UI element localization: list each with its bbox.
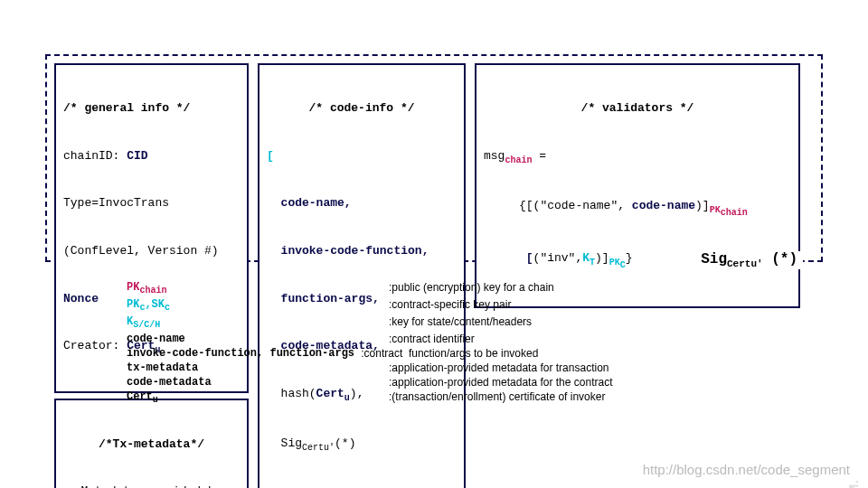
code-info-box: /* code-info */ [ code-name, invoke-code… [258,63,466,488]
txmeta-line1: Metadata provided by [63,483,240,488]
legend-row: Certu:(transaction/enrollment) certifica… [127,389,612,407]
legend-value: :key for state/content/headers [389,314,532,332]
legend-key: invoke-code-function, function-args [127,346,361,361]
general-line3: (ConfLevel, Version #) [63,243,240,259]
code-l6: SigCertu'(*) [267,436,457,454]
legend-row: PKchain:public (encryption) key for a ch… [127,280,612,297]
legend-row: tx-metadata:application-provided metadat… [127,361,612,375]
tx-metadata-box: /*Tx-metadata*/ Metadata provided by the… [54,399,249,488]
ibm-logo: IBM. [846,479,861,488]
txmeta-title: /*Tx-metadata*/ [63,436,240,453]
legend-value: :public (encryption) key for a chain [389,280,554,297]
general-title: /* general info */ [63,100,240,117]
code-l2: invoke-code-function, [267,243,457,259]
general-line2: Type=InvocTrans [63,195,240,211]
legend-value: :contract-specific key pair [389,297,511,314]
legend-key: PKchain [127,280,389,297]
signature-label: SigCertu' (*) [695,251,803,269]
legend-row: code-name:contract identifier [127,332,612,346]
legend-value: :application-provided metadata for trans… [389,361,609,375]
legend: PKchain:public (encryption) key for a ch… [127,280,612,407]
left-column: /* general info */ chainID: CID Type=Inv… [54,63,249,488]
validators-title: /* validators */ [484,100,791,117]
code-title: /* code-info */ [267,100,457,117]
code-open: [ [267,148,457,164]
legend-value: :contract function/args to be invoked [361,346,538,361]
message-structure-container: /* general info */ chainID: CID Type=Inv… [45,54,823,262]
legend-key: Certu [127,389,389,407]
legend-value: :application-provided metadata for the c… [389,375,612,389]
val-l2: {[("code-name", code-name)]PKchain [484,198,791,219]
boxes-row: /* general info */ chainID: CID Type=Inv… [54,63,814,488]
legend-key: code-metadata [127,375,389,389]
legend-value: :contract identifier [389,332,475,346]
val-l1: msgchain = [484,148,791,166]
legend-key: PKc,SKc [127,297,389,314]
watermark-url: http://blog.csdn.net/code_segment [643,462,850,477]
legend-key: code-name [127,332,389,346]
legend-row: KS/C/H:key for state/content/headers [127,314,612,332]
legend-row: invoke-code-function, function-args :con… [127,346,612,361]
legend-key: tx-metadata [127,361,389,375]
code-l1: code-name, [267,195,457,211]
legend-value: :(transaction/enrollment) certificate of… [389,389,605,407]
validators-box: /* validators */ msgchain = {[("code-nam… [475,63,800,308]
legend-key: KS/C/H [127,314,389,332]
general-line1: chainID: CID [63,148,240,164]
legend-row: PKc,SKc:contract-specific key pair [127,297,612,314]
legend-row: code-metadata:application-provided metad… [127,375,612,389]
